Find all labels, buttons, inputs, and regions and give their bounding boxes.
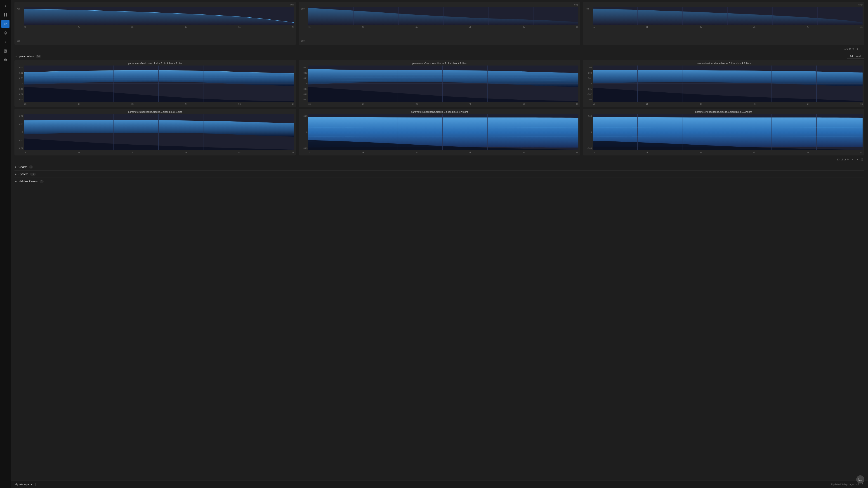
sidebar: ℹ λ <box>0 0 11 488</box>
add-panel-button[interactable]: Add panel <box>847 54 864 59</box>
param-chart-6-title: parameters/backbone.blocks.3.block.block… <box>585 110 863 113</box>
system-title: System <box>19 172 28 176</box>
top-pagination-text: 1-6 of 74 <box>844 47 854 50</box>
bottom-pagination: 13-18 of 74 ‹ › ⚙ <box>14 157 864 162</box>
charts-section[interactable]: ▶ Charts 4 <box>14 163 864 170</box>
param-chart-1-title: parameters/backbone.blocks.3.block.block… <box>16 62 294 65</box>
top-chart-svg-1: -400 -600 <box>16 7 294 43</box>
parameters-title: parameters <box>19 55 34 58</box>
param-chart-5-title: parameters/backbone.blocks.1.block.block… <box>301 110 578 113</box>
top-chart-1: Step -400 -600 <box>14 2 296 45</box>
svg-rect-2 <box>4 15 5 17</box>
param-chart-1: parameters/backbone.blocks.3.block.block… <box>14 60 296 107</box>
bottom-pagination-text: 13-18 of 74 <box>837 158 849 161</box>
workspace-name: My Workspace <box>14 483 32 486</box>
sidebar-icon-database[interactable] <box>1 56 9 64</box>
system-section[interactable]: ▶ System 14 <box>14 170 864 177</box>
chat-bubble[interactable] <box>856 475 864 484</box>
hidden-panels-chevron: ▶ <box>15 180 17 183</box>
x-axis-1: 1k2k3k4k5k6k <box>24 26 294 28</box>
param-chart-3: parameters/backbone.blocks.5.block.block… <box>583 60 864 107</box>
redo-btn[interactable]: ↻ <box>862 483 864 486</box>
bottom-next-btn[interactable]: › <box>856 157 859 162</box>
top-chart-svg-2: -200 -300 <box>301 7 578 43</box>
top-pagination: 1-6 of 74 ‹ › <box>14 46 864 51</box>
svg-marker-5 <box>4 32 7 33</box>
hidden-panels-title: Hidden Panels <box>19 180 38 183</box>
param-chart-2-title: parameters/backbone.blocks.1.block.block… <box>301 62 578 65</box>
sidebar-icon-terminal[interactable]: λ <box>1 38 9 46</box>
y-axis-2: -200 -300 <box>301 7 308 43</box>
parameters-section-header[interactable]: ▼ parameters 74 Add panel <box>14 53 864 60</box>
param-chart-4-title: parameters/backbone.blocks.0.block.block… <box>16 110 294 113</box>
bottom-settings-icon[interactable]: ⚙ <box>861 158 864 161</box>
sidebar-icon-info[interactable]: ℹ <box>1 2 9 10</box>
charts-grid-row1: parameters/backbone.blocks.3.block.block… <box>14 60 864 107</box>
svg-rect-3 <box>6 15 7 17</box>
charts-grid-row2: parameters/backbone.blocks.0.block.block… <box>14 109 864 156</box>
charts-count: 4 <box>29 165 33 168</box>
svg-rect-1 <box>6 13 7 15</box>
bottom-prev-btn[interactable]: ‹ <box>851 157 854 162</box>
content-area: Step -400 -600 <box>11 0 868 481</box>
param-chart-2: parameters/backbone.blocks.1.block.block… <box>299 60 580 107</box>
sidebar-icon-pages[interactable] <box>1 47 9 55</box>
svg-rect-0 <box>4 13 5 15</box>
updated-text: Updated 3 days ago <box>831 483 854 486</box>
top-prev-btn[interactable]: ‹ <box>856 46 859 51</box>
sidebar-icon-charts[interactable] <box>1 20 9 28</box>
parameters-chevron: ▼ <box>15 55 17 58</box>
param-chart-6: parameters/backbone.blocks.3.block.block… <box>583 109 864 156</box>
sidebar-icon-grid[interactable] <box>1 11 9 19</box>
parameters-count: 74 <box>36 55 41 58</box>
param-chart-4: parameters/backbone.blocks.0.block.block… <box>14 109 296 156</box>
top-next-btn[interactable]: › <box>861 46 864 51</box>
workspace-options-btn[interactable]: ⋮ <box>34 483 37 486</box>
charts-title: Charts <box>19 165 27 168</box>
param-chart-5: parameters/backbone.blocks.1.block.block… <box>299 109 580 156</box>
hidden-panels-count: 0 <box>39 180 43 183</box>
step-label-1: Step <box>290 4 294 6</box>
footer: My Workspace ⋮ Updated 3 days ago ↺ ↻ <box>11 481 868 488</box>
y-axis-1: -400 -600 <box>16 7 24 43</box>
svg-point-10 <box>4 59 6 60</box>
system-count: 14 <box>30 173 35 176</box>
hidden-panels-section[interactable]: ▶ Hidden Panels 0 <box>14 177 864 185</box>
top-chart-2: Step -200 -300 <box>299 2 580 45</box>
system-chevron: ▶ <box>15 173 17 175</box>
sidebar-icon-layers[interactable] <box>1 29 9 37</box>
chart-inner-1: 1k2k3k4k5k6k <box>24 7 294 28</box>
charts-chevron: ▶ <box>15 166 17 168</box>
top-chart-3: Step -400 <box>583 2 864 45</box>
main-content: Step -400 -600 <box>11 0 868 488</box>
param-chart-3-title: parameters/backbone.blocks.5.block.block… <box>585 62 863 65</box>
top-charts-row: Step -400 -600 <box>14 2 864 45</box>
step-label-2: Step <box>574 4 579 6</box>
